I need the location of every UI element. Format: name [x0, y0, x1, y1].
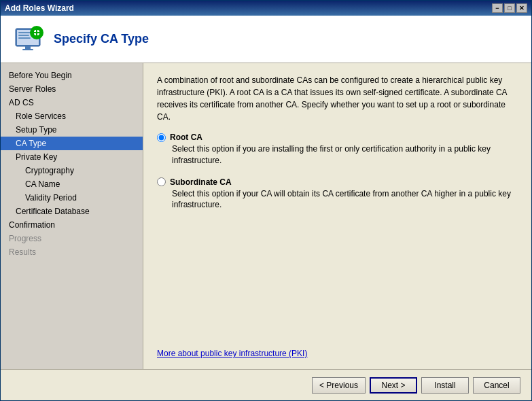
label-rootCA[interactable]: Root CA: [170, 133, 202, 142]
pki-link[interactable]: More about public key infrastructure (PK…: [157, 349, 307, 358]
svg-rect-6: [22, 49, 33, 50]
close-button[interactable]: ✕: [516, 3, 527, 13]
install-button[interactable]: Install: [421, 377, 469, 394]
window-title: Add Roles Wizard: [5, 3, 74, 13]
maximize-button[interactable]: □: [504, 3, 515, 13]
sidebar-item-setup-type[interactable]: Setup Type: [1, 123, 143, 137]
sidebar-item-confirmation[interactable]: Confirmation: [1, 218, 143, 232]
ca-type-icon: [12, 23, 44, 56]
svg-rect-11: [34, 32, 39, 33]
option-row-rootCA: Root CA: [157, 133, 518, 142]
window: Add Roles Wizard − □ ✕: [0, 0, 532, 401]
header-title: Specify CA Type: [54, 32, 149, 46]
option-item-rootCA: Root CASelect this option if you are ins…: [157, 133, 518, 167]
sidebar: Before You BeginServer RolesAD CSRole Se…: [1, 63, 143, 369]
minimize-button[interactable]: −: [492, 3, 503, 13]
content-main: A combination of root and subordinate CA…: [157, 74, 518, 358]
svg-rect-4: [18, 37, 31, 39]
sidebar-item-ca-type[interactable]: CA Type: [1, 137, 143, 150]
sidebar-item-cryptography[interactable]: Cryptography: [1, 164, 143, 177]
sidebar-item-certificate-database[interactable]: Certificate Database: [1, 205, 143, 218]
sidebar-item-ca-name[interactable]: CA Name: [1, 177, 143, 191]
footer: < Previous Next > Install Cancel: [1, 369, 531, 400]
sidebar-item-ad-cs[interactable]: AD CS: [1, 96, 143, 109]
sidebar-item-before-you-begin[interactable]: Before You Begin: [1, 69, 143, 82]
desc-subordinateCA: Select this option if your CA will obtai…: [157, 188, 518, 211]
sidebar-item-server-roles[interactable]: Server Roles: [1, 82, 143, 96]
radio-subordinateCA[interactable]: [157, 177, 166, 186]
main-content: Before You BeginServer RolesAD CSRole Se…: [1, 63, 531, 369]
label-subordinateCA[interactable]: Subordinate CA: [170, 177, 232, 187]
previous-button[interactable]: < Previous: [312, 377, 366, 394]
next-button[interactable]: Next >: [370, 377, 417, 394]
svg-rect-3: [18, 35, 29, 36]
option-group: Root CASelect this option if you are ins…: [157, 133, 518, 211]
title-bar: Add Roles Wizard − □ ✕: [1, 1, 531, 16]
description-text: A combination of root and subordinate CA…: [157, 74, 518, 123]
svg-rect-5: [25, 46, 31, 49]
sidebar-item-role-services[interactable]: Role Services: [1, 109, 143, 123]
sidebar-item-results: Results: [1, 245, 143, 259]
header-area: Specify CA Type: [1, 16, 531, 63]
cancel-button[interactable]: Cancel: [473, 377, 520, 394]
sidebar-item-validity-period[interactable]: Validity Period: [1, 191, 143, 205]
sidebar-item-progress: Progress: [1, 232, 143, 245]
content-area: A combination of root and subordinate CA…: [143, 63, 531, 369]
radio-rootCA[interactable]: [157, 133, 166, 142]
sidebar-item-private-key[interactable]: Private Key: [1, 150, 143, 164]
title-bar-buttons: − □ ✕: [492, 3, 527, 13]
option-item-subordinateCA: Subordinate CASelect this option if your…: [157, 177, 518, 211]
desc-rootCA: Select this option if you are installing…: [157, 143, 518, 167]
link-area: More about public key infrastructure (PK…: [157, 342, 518, 358]
option-row-subordinateCA: Subordinate CA: [157, 177, 518, 187]
header-icon: [12, 23, 44, 56]
